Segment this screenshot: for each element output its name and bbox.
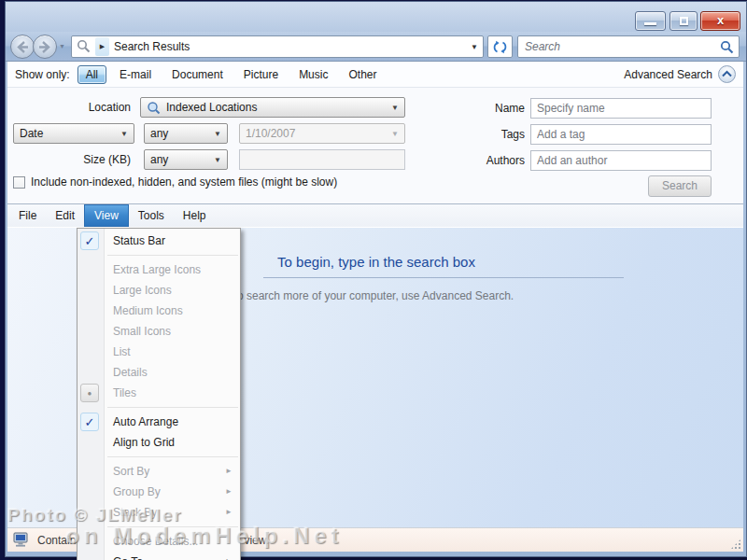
resize-grip[interactable] [730,539,741,550]
menu-tools[interactable]: Tools [129,204,174,227]
menu-item-details: Details [78,362,240,383]
address-dropdown-icon[interactable]: ▼ [466,43,483,51]
breadcrumb-arrow-icon[interactable]: ▶ [95,37,109,56]
date-value-dropdown: 1/10/2007 ▼ [239,123,405,144]
date-operator-arrow-icon: ▼ [214,130,221,138]
search-button[interactable]: Search [648,175,712,197]
menu-item-extra-large-icons: Extra Large Icons [78,259,240,280]
menu-help[interactable]: Help [174,204,216,227]
date-value: 1/10/2007 [246,127,295,140]
submenu-arrow-icon: ► [225,461,233,482]
menu-item-label: Tiles [113,386,136,399]
back-arrow-icon [16,41,29,53]
filter-document[interactable]: Document [164,66,231,83]
menu-item-label: Align to Grid [113,436,175,449]
authors-field-wrap [530,150,712,171]
search-magnifier-icon[interactable] [714,37,739,57]
menu-item-label: Sort By [113,465,149,478]
results-subtext: To search more of your computer, use Adv… [232,289,514,302]
filter-music[interactable]: Music [291,66,335,83]
address-text[interactable]: Search Results [110,40,466,53]
back-button[interactable] [10,35,35,59]
indexed-locations-icon [147,101,161,115]
menu-item-small-icons: Small Icons [78,321,240,342]
location-value: Indexed Locations [166,101,257,114]
search-box [517,35,740,58]
filter-picture[interactable]: Picture [236,66,286,83]
minimize-icon [644,22,656,25]
navigation-bar: ▼ ▶ Search Results ▼ [6,32,746,62]
date-operator-value: any [150,127,168,140]
size-operator-dropdown[interactable]: any ▼ [144,149,228,170]
authors-label: Authors [456,150,525,171]
close-button[interactable]: x [700,11,740,31]
location-dropdown[interactable]: Indexed Locations ▼ [140,97,405,118]
restore-button[interactable] [669,11,698,31]
search-input[interactable] [518,37,714,56]
menu-item-status-bar[interactable]: ✓ Status Bar [78,231,240,251]
menu-item-label: Status Bar [113,234,165,247]
tags-input[interactable] [531,125,711,144]
checkmark-icon: ✓ [80,413,99,431]
date-type-dropdown[interactable]: Date ▼ [13,123,134,144]
menu-item-stack-by: Stack By ► [78,502,240,523]
recent-pages-chevron-icon[interactable]: ▼ [59,43,65,49]
menu-view[interactable]: View [84,204,129,227]
menu-edit[interactable]: Edit [46,204,84,227]
menu-bar: File Edit View Tools Help [7,204,743,227]
include-nonindexed-label: Include non-indexed, hidden, and system … [31,175,337,189]
menu-item-auto-arrange[interactable]: ✓ Auto Arrange [78,412,240,432]
menu-item-large-icons: Large Icons [78,280,240,301]
size-value-field [239,149,405,170]
menu-item-label: Choose Details... [113,535,198,548]
refresh-icon [493,40,507,54]
submenu-arrow-icon: ► [225,552,233,560]
close-icon: x [701,13,740,27]
name-input[interactable] [531,99,711,118]
menu-item-go-to[interactable]: Go To ► [78,552,240,560]
show-only-label: Show only: [15,68,70,81]
refresh-button[interactable] [487,35,513,58]
menu-item-align-to-grid[interactable]: Align to Grid [78,432,240,453]
menu-item-sort-by: Sort By ► [78,461,240,482]
menu-separator [107,456,238,457]
location-label: Location [43,97,131,118]
menu-item-label: Group By [113,485,161,498]
advanced-search-panel: Show only: All E-mail Document Picture M… [7,62,743,204]
menu-item-tiles: ● Tiles [78,383,240,403]
menu-item-choose-details: Choose Details... [78,531,240,552]
advanced-search-label[interactable]: Advanced Search [624,68,712,81]
submenu-arrow-icon: ► [225,502,233,523]
menu-item-label: Large Icons [113,284,172,297]
filter-email[interactable]: E-mail [112,66,159,83]
menu-item-group-by: Group By ► [78,482,240,502]
include-nonindexed-checkbox[interactable] [13,176,25,189]
filter-other[interactable]: Other [341,66,384,83]
authors-input[interactable] [531,151,711,170]
menu-separator [107,526,238,527]
menu-item-label: Details [113,366,148,379]
forward-button[interactable] [33,35,57,59]
menu-item-label: Stack By [113,506,157,519]
menu-item-label: Extra Large Icons [113,263,201,276]
collapse-advanced-search-button[interactable] [718,65,736,83]
date-value-arrow-icon: ▼ [391,130,399,138]
menu-item-list: List [78,342,240,362]
minimize-button[interactable] [635,11,666,31]
date-type-arrow-icon: ▼ [120,130,128,138]
show-only-filter-bar: Show only: All E-mail Document Picture M… [7,62,743,88]
menu-item-label: List [113,345,131,358]
menu-file[interactable]: File [9,204,46,227]
address-bar[interactable]: ▶ Search Results ▼ [71,35,484,58]
date-type-value: Date [20,127,43,140]
computer-icon [13,532,30,548]
chevron-up-icon [722,70,732,77]
tags-label: Tags [456,124,525,145]
date-operator-dropdown[interactable]: any ▼ [144,123,228,144]
size-operator-arrow-icon: ▼ [214,156,221,164]
results-heading: To begin, type in the search box [260,254,493,270]
heading-divider [263,277,624,278]
view-menu-popup: ✓ Status Bar Extra Large Icons Large Ico… [77,228,241,560]
filter-all[interactable]: All [78,65,106,84]
name-field-wrap [530,98,712,119]
